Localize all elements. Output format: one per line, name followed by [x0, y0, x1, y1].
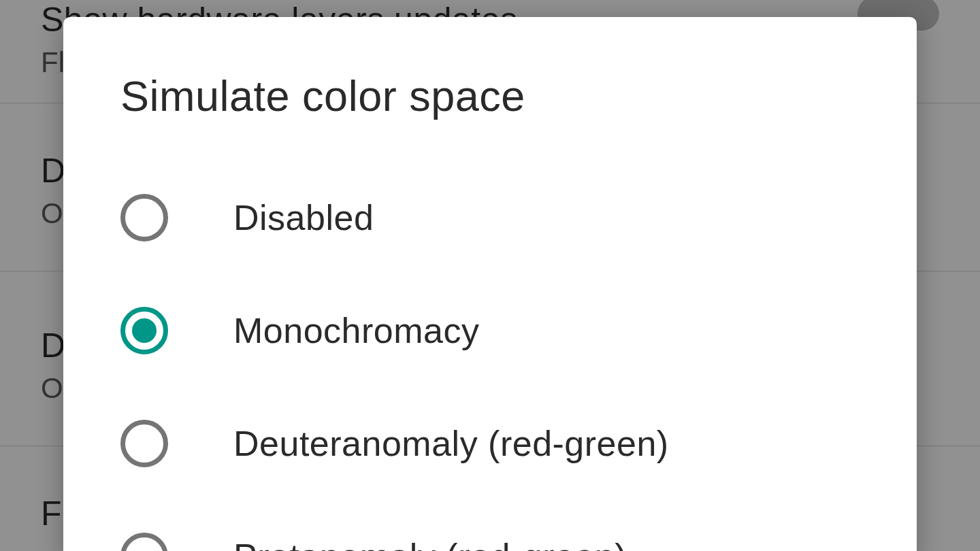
radio-icon — [120, 307, 168, 354]
radio-icon — [120, 533, 168, 551]
option-protanomaly[interactable]: Protanomaly (red-green) — [63, 500, 917, 551]
option-label: Protanomaly (red-green) — [233, 536, 627, 551]
dialog-title: Simulate color space — [63, 17, 917, 161]
option-label: Disabled — [233, 197, 374, 238]
option-disabled[interactable]: Disabled — [63, 161, 917, 274]
option-label: Deuteranomaly (red-green) — [233, 423, 669, 464]
option-deuteranomaly[interactable]: Deuteranomaly (red-green) — [63, 387, 917, 500]
option-monochromacy[interactable]: Monochromacy — [63, 274, 917, 387]
color-space-dialog: Simulate color space Disabled Monochroma… — [63, 17, 917, 551]
radio-icon — [120, 420, 168, 467]
option-label: Monochromacy — [233, 310, 479, 351]
radio-icon — [120, 194, 168, 241]
